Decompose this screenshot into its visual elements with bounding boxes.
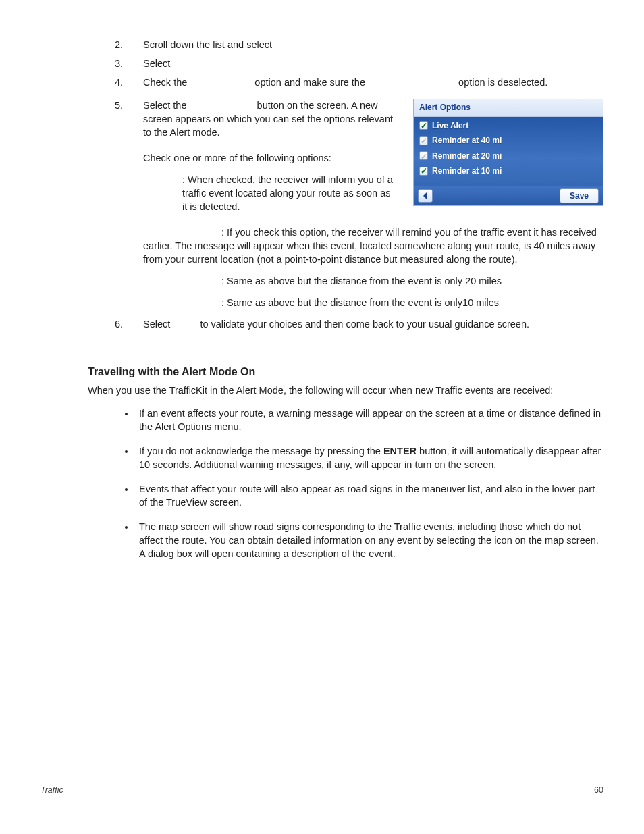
bullet-item: The map screen will show road signs corr… bbox=[135, 520, 603, 561]
device-option-row[interactable]: ✓ Reminder at 10 mi bbox=[414, 163, 603, 179]
step-3: 3. Select bbox=[115, 57, 603, 70]
device-option-label: Reminder at 20 mi bbox=[432, 151, 502, 162]
step-number: 6. bbox=[115, 317, 123, 331]
manual-page: 2. Scroll down the list and select 3. Se… bbox=[0, 0, 644, 834]
step-text-part: option and make sure the bbox=[254, 77, 365, 88]
device-option-label: Live Alert bbox=[432, 120, 468, 132]
step-text-part: to validate your choices and then come b… bbox=[200, 319, 529, 330]
step-text: Scroll down the list and select bbox=[143, 39, 272, 50]
step-2: 2. Scroll down the list and select bbox=[115, 38, 603, 51]
step-text-part: Check the bbox=[143, 77, 187, 88]
procedure-list: 2. Scroll down the list and select 3. Se… bbox=[41, 38, 603, 331]
back-button[interactable] bbox=[418, 189, 433, 203]
page-footer: Traffic 60 bbox=[41, 785, 603, 796]
device-body: ✓ Live Alert ✓ Reminder at 40 mi ✓ Remin… bbox=[414, 117, 603, 186]
bullet-list: If an event affects your route, a warnin… bbox=[41, 407, 603, 561]
device-option-label: Reminder at 10 mi bbox=[432, 165, 502, 177]
checkbox-icon[interactable]: ✓ bbox=[419, 121, 428, 130]
step-number: 3. bbox=[115, 57, 123, 70]
bullet-item: If you do not acknowledge the message by… bbox=[135, 444, 603, 471]
device-option-row[interactable]: ✓ Reminder at 40 mi bbox=[414, 133, 603, 149]
checkbox-icon[interactable]: ✓ bbox=[419, 167, 428, 176]
step-5-continued: : If you check this option, the receiver… bbox=[143, 226, 603, 309]
device-option-label: Reminder at 40 mi bbox=[432, 135, 502, 147]
save-button[interactable]: Save bbox=[560, 188, 599, 204]
bullet-item: If an event affects your route, a warnin… bbox=[135, 407, 603, 434]
bullet-item: Events that affect your route will also … bbox=[135, 482, 603, 509]
step-5-body: Select the button on the screen. A new s… bbox=[143, 99, 396, 221]
option-desc-20: : Same as above but the distance from th… bbox=[143, 274, 603, 288]
step-text-part: option is deselected. bbox=[458, 77, 547, 88]
step-6: 6. Select to validate your choices and t… bbox=[115, 317, 603, 331]
key-name: ENTER bbox=[383, 446, 417, 457]
step-5: 5. Select the button on the screen. A ne… bbox=[115, 99, 603, 309]
device-option-row[interactable]: ✓ Live Alert bbox=[414, 118, 603, 134]
step-text-part: Select bbox=[143, 319, 170, 330]
checkbox-icon[interactable]: ✓ bbox=[419, 151, 428, 160]
device-title: Alert Options bbox=[414, 99, 603, 117]
step-number: 4. bbox=[115, 76, 123, 89]
step-number: 5. bbox=[115, 99, 123, 112]
checkbox-icon[interactable]: ✓ bbox=[419, 136, 428, 145]
step-text: Select bbox=[143, 58, 170, 69]
footer-section: Traffic bbox=[41, 785, 63, 796]
section-heading: Traveling with the Alert Mode On bbox=[41, 365, 603, 380]
step-text: Check one or more of the following optio… bbox=[143, 151, 396, 165]
option-desc-live: : When checked, the receiver will inform… bbox=[182, 174, 393, 212]
bullet-text-part: If you do not acknowledge the message by… bbox=[139, 446, 383, 457]
alert-options-screenshot: Alert Options ✓ Live Alert ✓ Reminder at… bbox=[413, 99, 603, 206]
step-number: 2. bbox=[115, 38, 123, 51]
footer-page-number: 60 bbox=[594, 785, 603, 796]
option-desc-40: : If you check this option, the receiver… bbox=[143, 227, 597, 265]
step-4: 4. Check the option and make sure the op… bbox=[115, 76, 603, 89]
chevron-left-icon bbox=[422, 192, 429, 199]
option-desc-10: : Same as above but the distance from th… bbox=[143, 296, 603, 309]
step-text-part: Select the bbox=[143, 100, 187, 111]
section-intro: When you use the TrafficKit in the Alert… bbox=[41, 384, 603, 397]
device-option-row[interactable]: ✓ Reminder at 20 mi bbox=[414, 149, 603, 164]
